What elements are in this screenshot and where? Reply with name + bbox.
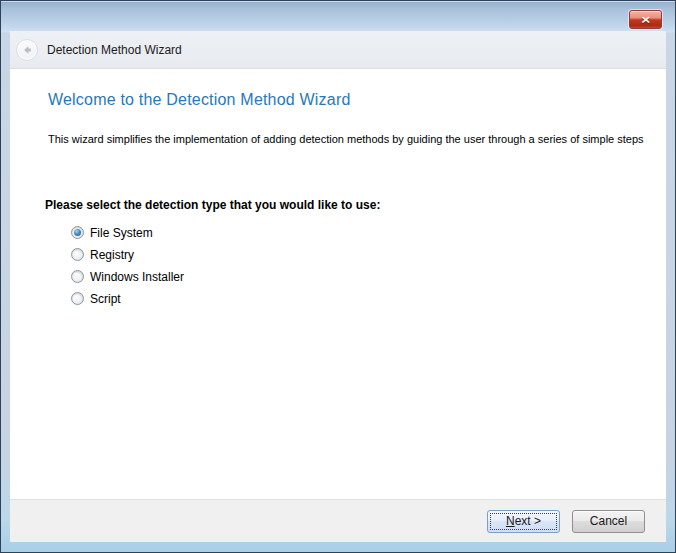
wizard-footer: Next > Cancel	[10, 499, 666, 542]
titlebar: ×	[1, 1, 675, 32]
detection-type-options: File System Registry Windows Installer S…	[71, 226, 184, 314]
next-button[interactable]: Next >	[487, 510, 560, 533]
next-button-label-accesskey: N	[506, 514, 515, 528]
close-button[interactable]: ×	[629, 10, 662, 29]
radio-option-file-system[interactable]: File System	[71, 226, 184, 239]
wizard-description: This wizard simplifies the implementatio…	[48, 133, 644, 145]
radio-selected-dot	[74, 229, 81, 236]
detection-type-prompt: Please select the detection type that yo…	[45, 198, 380, 212]
back-button[interactable]	[16, 39, 38, 61]
radio-label-script[interactable]: Script	[90, 292, 121, 306]
radio-label-file-system[interactable]: File System	[90, 226, 153, 240]
wizard-header: Detection Method Wizard	[10, 31, 666, 69]
wizard-window: × Detection Method Wizard Welcome to the…	[0, 0, 676, 553]
wizard-content: Welcome to the Detection Method Wizard T…	[10, 69, 666, 499]
radio-label-windows-installer[interactable]: Windows Installer	[90, 270, 184, 284]
wizard-header-title: Detection Method Wizard	[47, 43, 182, 57]
back-arrow-icon	[20, 43, 34, 57]
radio-windows-installer[interactable]	[71, 270, 84, 283]
radio-file-system[interactable]	[71, 226, 84, 239]
page-title: Welcome to the Detection Method Wizard	[48, 91, 351, 109]
next-button-label: ext >	[515, 514, 541, 528]
radio-registry[interactable]	[71, 248, 84, 261]
radio-option-script[interactable]: Script	[71, 292, 184, 305]
radio-option-windows-installer[interactable]: Windows Installer	[71, 270, 184, 283]
radio-label-registry[interactable]: Registry	[90, 248, 134, 262]
radio-script[interactable]	[71, 292, 84, 305]
radio-option-registry[interactable]: Registry	[71, 248, 184, 261]
wizard-client-area: Detection Method Wizard Welcome to the D…	[10, 31, 666, 542]
cancel-button[interactable]: Cancel	[572, 510, 645, 533]
close-icon: ×	[641, 13, 650, 26]
